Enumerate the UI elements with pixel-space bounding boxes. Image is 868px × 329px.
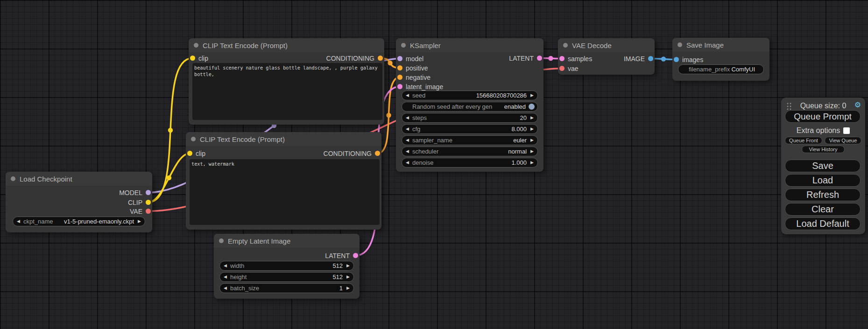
- node-clip-text-encode-positive[interactable]: CLIP Text Encode (Prompt) clip CONDITION…: [189, 38, 384, 125]
- latent-image-input-dot[interactable]: [397, 84, 402, 89]
- positive-input-dot[interactable]: [397, 65, 402, 70]
- ckpt-name-widget[interactable]: ◀ ckpt_name v1-5-pruned-emaonly.ckpt ▶: [13, 217, 145, 226]
- decrement-arrow-icon[interactable]: ◀: [406, 161, 409, 165]
- decrement-arrow-icon[interactable]: ◀: [17, 219, 20, 224]
- queue-front-button[interactable]: Queue Front: [785, 137, 822, 144]
- scheduler-widget[interactable]: ◀ scheduler normal ▶: [402, 147, 538, 156]
- clear-button[interactable]: Clear: [785, 203, 861, 216]
- port-label: CONDITIONING: [324, 150, 372, 157]
- cfg-widget[interactable]: ◀ cfg 8.000 ▶: [402, 124, 538, 134]
- conditioning-output-dot[interactable]: [375, 151, 380, 156]
- widget-value: 8.000: [512, 126, 527, 133]
- decrement-arrow-icon[interactable]: ◀: [224, 286, 227, 290]
- images-input-dot[interactable]: [674, 57, 679, 62]
- increment-arrow-icon[interactable]: ▶: [346, 264, 350, 268]
- node-save-image[interactable]: Save Image images filename_prefix ComfyU…: [672, 38, 769, 81]
- port-label: VAE: [130, 208, 142, 215]
- denoise-widget[interactable]: ◀ denoise 1.000 ▶: [402, 158, 538, 168]
- decrement-arrow-icon[interactable]: ◀: [224, 264, 227, 268]
- height-widget[interactable]: ◀ height 512 ▶: [219, 272, 354, 282]
- node-title-bar[interactable]: KSampler: [396, 38, 543, 52]
- increment-arrow-icon[interactable]: ▶: [138, 219, 141, 224]
- port-label: LATENT: [325, 252, 350, 259]
- increment-arrow-icon[interactable]: ▶: [530, 116, 534, 120]
- node-ksampler[interactable]: KSampler model LATENT positive negative …: [396, 38, 543, 172]
- port-label: MODEL: [119, 189, 142, 196]
- view-queue-button[interactable]: View Queue: [825, 137, 861, 144]
- node-collapse-dot-icon[interactable]: [677, 42, 682, 47]
- node-collapse-dot-icon[interactable]: [219, 238, 224, 243]
- widget-label: seed: [412, 92, 425, 99]
- output-conditioning: CONDITIONING: [324, 149, 380, 157]
- node-title-bar[interactable]: CLIP Text Encode (Prompt): [189, 38, 384, 52]
- view-history-button[interactable]: View History: [802, 146, 845, 153]
- port-label: latent_image: [406, 83, 443, 91]
- input-vae: vae: [559, 64, 579, 72]
- node-collapse-dot-icon[interactable]: [11, 176, 15, 181]
- node-title-bar[interactable]: VAE Decode: [558, 38, 655, 52]
- batch-size-widget[interactable]: ◀ batch_size 1 ▶: [219, 283, 354, 293]
- random-seed-widget[interactable]: Random seed after every gen enabled: [402, 102, 538, 112]
- refresh-button[interactable]: Refresh: [785, 189, 861, 201]
- load-default-button[interactable]: Load Default: [785, 217, 861, 230]
- toggle-dot-icon[interactable]: [529, 104, 535, 110]
- prompt-textarea[interactable]: beautiful scenery nature glass bottle la…: [192, 63, 382, 120]
- samples-input-dot[interactable]: [559, 56, 565, 61]
- model-input-dot[interactable]: [397, 56, 402, 61]
- filename-prefix-widget[interactable]: filename_prefix ComfyUI: [678, 64, 764, 74]
- node-collapse-dot-icon[interactable]: [563, 43, 568, 48]
- clip-input-dot[interactable]: [187, 151, 192, 156]
- node-graph-canvas[interactable]: { "icons": {"arrow_left":"◀","arrow_righ…: [0, 0, 868, 329]
- node-vae-decode[interactable]: VAE Decode samples IMAGE vae: [558, 38, 655, 75]
- increment-arrow-icon[interactable]: ▶: [530, 161, 534, 165]
- decrement-arrow-icon[interactable]: ◀: [224, 275, 227, 279]
- decrement-arrow-icon[interactable]: ◀: [406, 116, 409, 120]
- prompt-textarea[interactable]: text, watermark: [190, 159, 380, 225]
- increment-arrow-icon[interactable]: ▶: [346, 275, 350, 279]
- node-title-bar[interactable]: Empty Latent Image: [214, 234, 360, 248]
- clip-output-dot[interactable]: [146, 200, 151, 205]
- latent-output-dot[interactable]: [353, 253, 358, 258]
- node-collapse-dot-icon[interactable]: [191, 137, 196, 141]
- extra-options-row: Extra options: [781, 126, 865, 135]
- decrement-arrow-icon[interactable]: ◀: [406, 127, 409, 131]
- node-title-bar[interactable]: Load Checkpoint: [6, 172, 152, 186]
- steps-widget[interactable]: ◀ steps 20 ▶: [402, 113, 538, 123]
- image-output-dot[interactable]: [648, 56, 653, 61]
- widget-label: batch_size: [230, 285, 259, 292]
- node-empty-latent-image[interactable]: Empty Latent Image LATENT ◀ width 512 ▶ …: [214, 234, 360, 299]
- node-load-checkpoint[interactable]: Load Checkpoint MODEL CLIP VAE ◀ ckpt_na…: [6, 172, 152, 232]
- latent-output-dot[interactable]: [537, 56, 542, 61]
- vae-output-dot[interactable]: [146, 209, 151, 214]
- decrement-arrow-icon[interactable]: ◀: [406, 93, 409, 98]
- extra-options-checkbox[interactable]: [843, 127, 850, 134]
- input-model: model: [397, 55, 423, 63]
- increment-arrow-icon[interactable]: ▶: [530, 93, 534, 98]
- seed-widget[interactable]: ◀ seed 156680208700286 ▶: [402, 91, 538, 100]
- model-output-dot[interactable]: [146, 190, 151, 195]
- width-widget[interactable]: ◀ width 512 ▶: [219, 261, 354, 271]
- queue-prompt-button[interactable]: Queue Prompt: [785, 110, 861, 123]
- decrement-arrow-icon[interactable]: ◀: [406, 138, 409, 142]
- settings-gear-icon[interactable]: ⚙: [854, 100, 861, 109]
- node-collapse-dot-icon[interactable]: [401, 43, 406, 48]
- increment-arrow-icon[interactable]: ▶: [346, 286, 350, 290]
- node-title-bar[interactable]: CLIP Text Encode (Prompt): [186, 132, 381, 146]
- node-title-bar[interactable]: Save Image: [672, 38, 769, 52]
- node-clip-text-encode-negative[interactable]: CLIP Text Encode (Prompt) clip CONDITION…: [186, 132, 381, 230]
- increment-arrow-icon[interactable]: ▶: [530, 149, 534, 154]
- sampler-name-widget[interactable]: ◀ sampler_name euler ▶: [402, 135, 538, 145]
- conditioning-output-dot[interactable]: [378, 56, 383, 61]
- queue-size-label: Queue size: 0: [781, 102, 865, 110]
- widget-label: scheduler: [412, 148, 438, 155]
- save-button[interactable]: Save: [785, 160, 861, 172]
- decrement-arrow-icon[interactable]: ◀: [406, 149, 409, 154]
- increment-arrow-icon[interactable]: ▶: [530, 138, 534, 142]
- increment-arrow-icon[interactable]: ▶: [530, 127, 534, 131]
- node-collapse-dot-icon[interactable]: [194, 43, 198, 48]
- negative-input-dot[interactable]: [397, 75, 402, 80]
- clip-input-dot[interactable]: [190, 56, 195, 61]
- port-label: images: [682, 56, 703, 63]
- vae-input-dot[interactable]: [559, 66, 565, 71]
- load-button[interactable]: Load: [785, 174, 861, 187]
